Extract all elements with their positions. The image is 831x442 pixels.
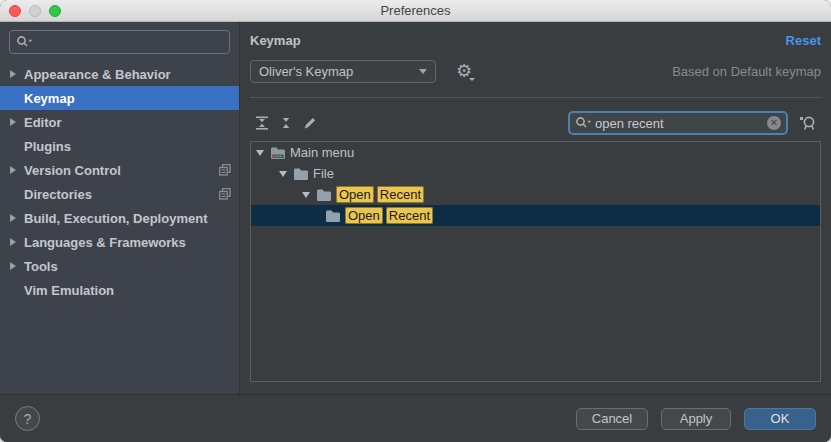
header-separator — [250, 97, 821, 98]
sidebar-item-label: Plugins — [24, 139, 71, 154]
folder-icon — [316, 188, 332, 202]
sidebar-item-label: Vim Emulation — [24, 283, 114, 298]
sidebar-item-tools[interactable]: Tools — [0, 254, 239, 278]
sidebar-item-label: Appearance & Behavior — [24, 67, 171, 82]
sidebar-item-directories[interactable]: Directories — [0, 182, 239, 206]
sidebar-item-label: Keymap — [24, 91, 75, 106]
expand-arrow-icon[interactable] — [10, 214, 24, 222]
keymap-select-value: Oliver's Keymap — [259, 64, 419, 79]
sidebar-item-version-control[interactable]: Version Control — [0, 158, 239, 182]
tree-row-main-menu[interactable]: Main menu — [251, 142, 820, 163]
window-title: Preferences — [0, 3, 831, 18]
chevron-down-icon — [419, 69, 427, 74]
search-icon — [575, 116, 593, 130]
shared-settings-icon — [219, 164, 231, 176]
search-match-highlight: Recent — [386, 207, 433, 224]
sidebar-item-editor[interactable]: Editor — [0, 110, 239, 134]
sidebar-item-label: Editor — [24, 115, 62, 130]
sidebar-item-build-execution-deployment[interactable]: Build, Execution, Deployment — [0, 206, 239, 230]
sidebar-item-label: Tools — [24, 259, 58, 274]
tree-icon-wrap — [325, 209, 345, 223]
chevron-down-icon — [469, 78, 475, 81]
folder-icon — [325, 209, 341, 223]
sidebar-item-keymap[interactable]: Keymap — [0, 86, 239, 110]
sidebar-item-vim-emulation[interactable]: Vim Emulation — [0, 278, 239, 302]
expand-arrow-icon[interactable] — [10, 238, 24, 246]
titlebar: Preferences — [0, 0, 831, 22]
sidebar-item-appearance-behavior[interactable]: Appearance & Behavior — [0, 62, 239, 86]
pencil-icon — [303, 116, 317, 130]
search-match-highlight: Open — [336, 186, 374, 203]
ok-button[interactable]: OK — [744, 408, 816, 430]
sidebar-item-languages-frameworks[interactable]: Languages & Frameworks — [0, 230, 239, 254]
main-menu-icon — [270, 146, 286, 160]
keymap-select[interactable]: Oliver's Keymap — [250, 60, 436, 83]
collapse-all-icon — [279, 116, 293, 130]
keymap-search-input[interactable] — [593, 115, 767, 132]
reset-link[interactable]: Reset — [786, 33, 821, 48]
folder-icon — [293, 167, 309, 181]
help-button[interactable]: ? — [15, 406, 40, 431]
clear-search-icon[interactable]: ✕ — [767, 116, 781, 130]
expand-arrow-icon[interactable] — [10, 262, 24, 270]
sidebar-item-label: Build, Execution, Deployment — [24, 211, 207, 226]
find-by-shortcut-icon — [799, 115, 817, 132]
keymap-settings-button[interactable]: ⚙ — [452, 59, 476, 83]
expand-arrow-icon[interactable] — [10, 166, 24, 174]
dialog-footer: ? Cancel Apply OK — [0, 394, 831, 442]
collapse-arrow-icon[interactable] — [256, 150, 270, 156]
sidebar-item-plugins[interactable]: Plugins — [0, 134, 239, 158]
sidebar-search-field[interactable] — [9, 30, 230, 54]
tree-icon-wrap — [270, 146, 290, 160]
tree-row-label: OpenRecent — [345, 208, 436, 223]
tree-row-open-recent[interactable]: OpenRecent — [251, 205, 820, 226]
tree-icon-wrap — [293, 167, 313, 181]
expand-arrow-icon[interactable] — [10, 70, 24, 78]
sidebar-search-input[interactable] — [34, 34, 223, 51]
search-match-highlight: Open — [345, 207, 383, 224]
keymap-panel: Keymap Reset Oliver's Keymap ⚙ Based on … — [240, 22, 831, 394]
shared-settings-icon — [219, 188, 231, 200]
sidebar-item-label: Version Control — [24, 163, 121, 178]
tree-icon-wrap — [316, 188, 336, 202]
collapse-arrow-icon[interactable] — [302, 192, 316, 198]
sidebar-item-label: Languages & Frameworks — [24, 235, 186, 250]
based-on-label: Based on Default keymap — [672, 64, 821, 79]
tree-row-file[interactable]: File — [251, 163, 820, 184]
find-by-shortcut-button[interactable] — [795, 111, 821, 135]
page-title: Keymap — [250, 33, 301, 48]
tree-row-label: Main menu — [290, 145, 354, 160]
tree-row-label: OpenRecent — [336, 187, 427, 202]
expand-arrow-icon[interactable] — [10, 118, 24, 126]
tree-row-label: File — [313, 166, 334, 181]
search-icon — [16, 35, 34, 49]
edit-shortcut-button[interactable] — [298, 112, 322, 134]
tree-row-open-recent[interactable]: OpenRecent — [251, 184, 820, 205]
sidebar-item-label: Directories — [24, 187, 92, 202]
settings-nav-list: Appearance & BehaviorKeymapEditorPlugins… — [0, 62, 239, 302]
search-match-highlight: Recent — [377, 186, 424, 203]
preferences-window: Preferences Appearance & BehaviorKeymapE… — [0, 0, 831, 442]
keymap-search-field[interactable]: ✕ — [568, 111, 788, 135]
expand-all-button[interactable] — [250, 112, 274, 134]
cancel-button[interactable]: Cancel — [576, 408, 648, 430]
apply-button[interactable]: Apply — [661, 408, 731, 430]
collapse-all-button[interactable] — [274, 112, 298, 134]
actions-tree: Main menuFileOpenRecentOpenRecent — [250, 141, 821, 382]
settings-sidebar: Appearance & BehaviorKeymapEditorPlugins… — [0, 22, 240, 394]
expand-all-icon — [255, 116, 269, 130]
keymap-toolbar: ✕ — [250, 110, 821, 136]
collapse-arrow-icon[interactable] — [279, 171, 293, 177]
